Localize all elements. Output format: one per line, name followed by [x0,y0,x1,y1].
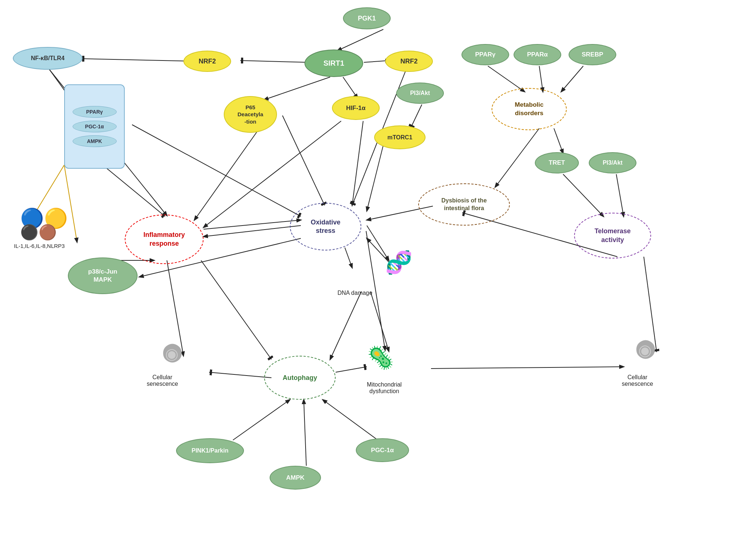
oxidative-node: Oxidativestress [290,203,361,250]
svg-line-17 [367,138,385,211]
svg-line-44 [304,400,306,466]
svg-line-34 [370,292,389,351]
cell-icon-right2: ◉ [638,341,652,359]
ppar-group-box: PPARγ PGC-1α AMPK [64,84,125,169]
pi3akt-top-node: PI3/Akt [396,83,444,104]
svg-line-5 [343,77,358,98]
diagram: 🧬 🦠 🔵🟡 ⚫🟤 ⬤ ◉ ⬤ ◉ PGK1 SIRT1 NRF2 NRF2 N… [0,0,752,560]
srebp-node: SREBP [569,44,616,65]
dna-damage-label: DNA damage [337,290,372,296]
svg-line-16 [411,105,422,128]
ampk-bottom-node: AMPK [270,466,321,490]
svg-line-27 [204,220,301,229]
telomerase-node: Telomeraseactivity [574,213,651,259]
pgc1a-inner: PGC-1α [73,121,117,132]
dna-icon: 🧬 [385,249,413,275]
svg-line-19 [539,66,543,92]
mitochondria-icon: 🦠 [367,345,394,371]
metabolic-node: Metabolicdisorders [492,88,567,130]
svg-line-13 [282,116,325,205]
svg-line-30 [201,260,271,359]
svg-line-24 [616,174,624,216]
inflammatory-node: Inflammatoryresponse [125,215,204,264]
svg-line-10 [103,165,165,216]
pi3akt-right-node: PI3/Akt [589,152,636,173]
nfkb-node: NF-κB/TLR4 [13,47,83,70]
nrf2-left-node: NRF2 [183,51,231,72]
nrf2-right-node: NRF2 [385,51,433,72]
ampk-inner: AMPK [73,135,117,147]
cellular-senescence-left-label: Cellularsenescence [147,374,178,387]
sirt1-node: SIRT1 [304,50,363,77]
svg-line-32 [345,248,352,268]
svg-line-43 [233,400,290,440]
ppar-gamma-node: PPARγ [461,44,509,65]
svg-line-45 [323,400,378,440]
svg-line-33 [330,292,361,359]
pink1-node: PINK1/Parkin [176,438,244,463]
tret-node: TRET [535,152,579,173]
svg-line-11 [132,125,301,216]
svg-line-36 [209,372,271,378]
il-label: IL-1,IL-6,IL-8,NLRP3 [14,243,65,249]
mitochondrial-dysfunction-label: Mitochondrialdysfunction [367,381,402,395]
svg-line-22 [554,128,563,153]
svg-line-12 [194,132,257,220]
mtorc1-node: mTORC1 [374,125,426,149]
dysbiosis-node: Dysbiosis of theintestinal flora [418,183,510,226]
svg-line-23 [563,174,603,216]
svg-line-26 [204,226,301,237]
svg-line-37 [336,367,367,372]
svg-line-1 [337,29,383,51]
svg-line-20 [561,66,583,92]
cell-particle-icon2: ⚫🟤 [20,224,57,241]
svg-line-2 [240,61,308,62]
svg-line-4 [264,77,330,100]
autophagy-node: Autophagy [264,356,336,400]
p65-node: P65Deacetyla-tion [224,96,277,133]
svg-line-38 [431,367,624,369]
hif1a-node: HIF-1α [332,96,380,120]
svg-line-31 [64,165,77,242]
pgc1a-bottom-node: PGC-1α [356,438,409,462]
svg-line-21 [495,128,539,187]
p38mapk-node: p38/c-JunMAPK [68,257,138,294]
ppar-alpha-node: PPARα [514,44,561,65]
cell-icon-left2: ◉ [165,345,179,363]
pgk1-node: PGK1 [343,7,391,29]
svg-line-6 [81,59,194,61]
svg-line-18 [488,66,525,92]
cellular-senescence-right-label: Cellularsenescence [622,374,653,387]
svg-line-14 [352,121,363,205]
ppar-gamma-inner: PPARγ [73,106,117,118]
